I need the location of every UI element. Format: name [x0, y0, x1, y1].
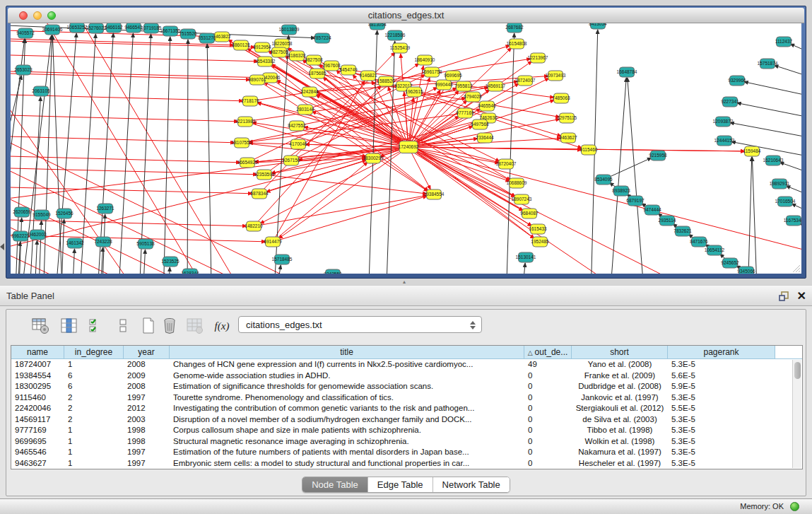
network-node[interactable]: 10688609: [507, 178, 527, 188]
network-node[interactable]: 2803144: [296, 105, 314, 115]
network-node[interactable]: 9245652: [721, 258, 739, 268]
network-node[interactable]: 16648784: [617, 67, 637, 77]
network-node[interactable]: 9699695: [444, 71, 462, 81]
network-node[interactable]: 5878344: [250, 189, 269, 199]
network-node[interactable]: 2336444: [476, 133, 494, 143]
select-all-columns-button[interactable]: [86, 315, 107, 337]
network-node[interactable]: 9827505: [270, 47, 288, 57]
network-node[interactable]: 1482210: [245, 221, 263, 231]
create-column-button[interactable]: [138, 315, 159, 337]
table-source-select[interactable]: citations_edges.txt: [238, 316, 482, 333]
network-node[interactable]: 9345066: [737, 267, 755, 274]
column-header-pagerank[interactable]: pagerank: [668, 346, 775, 358]
collapse-panel-arrow-icon[interactable]: [0, 243, 4, 250]
network-node[interactable]: 6914479: [264, 237, 282, 247]
network-node[interactable]: 8962221: [11, 231, 30, 241]
network-node[interactable]: 8413054: [589, 23, 607, 29]
import-table-button[interactable]: [184, 315, 206, 337]
table-row[interactable]: 969969511998Structural magnetic resonanc…: [11, 436, 802, 448]
network-node[interactable]: 6497568: [471, 119, 489, 129]
table-row[interactable]: 946554611997Estimation of the future num…: [11, 447, 802, 458]
network-node[interactable]: 9684087: [520, 209, 539, 218]
network-node[interactable]: 2620659: [13, 207, 31, 217]
network-node[interactable]: 5905138: [136, 239, 155, 249]
column-header-year[interactable]: year: [124, 346, 170, 358]
network-node[interactable]: 9463627: [559, 133, 577, 143]
table-mode-button[interactable]: [30, 315, 52, 337]
network-node[interactable]: 6466162: [105, 23, 123, 33]
network-node[interactable]: 16210643: [763, 156, 784, 165]
network-node[interactable]: 19892911: [770, 179, 790, 189]
network-node[interactable]: 2718176: [241, 96, 259, 106]
delete-column-button[interactable]: [159, 315, 180, 337]
network-node[interactable]: 11675344: [784, 216, 801, 226]
network-node[interactable]: 2967608: [322, 61, 341, 71]
table-row[interactable]: 946362711997Embryonic stem cells: a mode…: [11, 458, 802, 469]
column-header-name[interactable]: name: [11, 346, 64, 358]
network-node[interactable]: 1962615: [405, 87, 423, 97]
network-node[interactable]: 8534095: [594, 175, 613, 185]
network-node[interactable]: 14569117: [486, 81, 506, 91]
network-node[interactable]: 9474444: [643, 205, 661, 215]
network-node[interactable]: 2653023: [14, 65, 33, 75]
network-node[interactable]: 16543382: [255, 57, 276, 66]
network-node[interactable]: 1875685: [308, 69, 326, 78]
network-node[interactable]: 8531276: [198, 33, 216, 43]
scrollbar-thumb[interactable]: [794, 362, 801, 379]
network-node[interactable]: 18107553: [232, 138, 252, 148]
table-row[interactable]: 1830029562008Estimation of significance …: [11, 381, 802, 392]
network-node[interactable]: 15130141: [516, 252, 536, 262]
network-node[interactable]: 9465546: [478, 101, 496, 111]
network-node[interactable]: 18640910: [415, 55, 435, 65]
table-row[interactable]: 1456911722003Disruption of a novel membe…: [11, 414, 802, 426]
table-row[interactable]: 911546021997Tourette syndrome. Phenomeno…: [11, 392, 802, 404]
column-header-out-degree[interactable]: △out_de...: [524, 346, 572, 358]
network-node[interactable]: 12213983: [235, 117, 256, 127]
resize-grip-icon[interactable]: [791, 263, 801, 273]
network-node[interactable]: 11525419: [390, 43, 411, 53]
network-node[interactable]: 7515526: [179, 29, 197, 39]
network-node[interactable]: 1159484: [743, 146, 761, 156]
network-canvas[interactable]: 1724069274638228860128891295418226058982…: [11, 23, 801, 274]
network-node[interactable]: 8186328: [288, 51, 306, 61]
network-node[interactable]: 9329966: [728, 76, 746, 86]
network-node[interactable]: 7857224: [313, 33, 331, 43]
network-node[interactable]: 7485063: [552, 93, 570, 103]
table-row[interactable]: 2242004622012Investigating the contribut…: [11, 403, 802, 414]
network-node[interactable]: 2063105: [32, 86, 50, 96]
network-node[interactable]: 1112437: [775, 37, 793, 47]
float-panel-icon[interactable]: [778, 291, 789, 302]
network-node[interactable]: 9243550: [324, 269, 342, 274]
network-node[interactable]: 9827508: [305, 55, 323, 65]
tab-network-table[interactable]: Network Table: [433, 477, 510, 492]
network-node[interactable]: 10973493: [546, 71, 566, 81]
network-node[interactable]: 8912954: [253, 42, 271, 52]
network-node[interactable]: 9462003: [28, 230, 47, 240]
network-node[interactable]: 10654112: [705, 245, 725, 255]
network-node[interactable]: 1588520: [377, 76, 395, 86]
network-node[interactable]: 12218586: [385, 30, 406, 40]
network-node[interactable]: 12975115: [557, 113, 577, 123]
network-node[interactable]: 16654925: [237, 158, 258, 168]
network-node[interactable]: 8860128: [232, 40, 250, 50]
network-node[interactable]: 30691406: [42, 25, 63, 35]
network-node[interactable]: 8938923: [612, 186, 630, 196]
network-node[interactable]: 17240692: [399, 141, 419, 153]
network-node[interactable]: 18300295: [363, 153, 384, 163]
show-columns-button[interactable]: [59, 315, 80, 337]
tab-edge-table[interactable]: Edge Table: [368, 477, 433, 492]
network-node[interactable]: 6879197: [626, 196, 645, 206]
network-node[interactable]: 8427552: [288, 121, 306, 131]
network-node[interactable]: 18907243: [512, 194, 532, 204]
network-node[interactable]: 17016504: [775, 197, 796, 206]
network-node[interactable]: 15718485: [272, 255, 293, 264]
network-node[interactable]: 9990448: [435, 80, 453, 90]
column-header-short[interactable]: short: [572, 346, 668, 358]
vertical-scrollbar[interactable]: [792, 360, 801, 468]
network-node[interactable]: 1461342: [66, 238, 84, 248]
network-node[interactable]: 10719185: [141, 23, 162, 33]
table-row[interactable]: 1938455462009Genome-wide association stu…: [11, 370, 802, 382]
network-node[interactable]: 9777169: [456, 108, 474, 118]
unselect-columns-button[interactable]: [112, 315, 134, 337]
network-node[interactable]: 9405572: [16, 28, 35, 38]
